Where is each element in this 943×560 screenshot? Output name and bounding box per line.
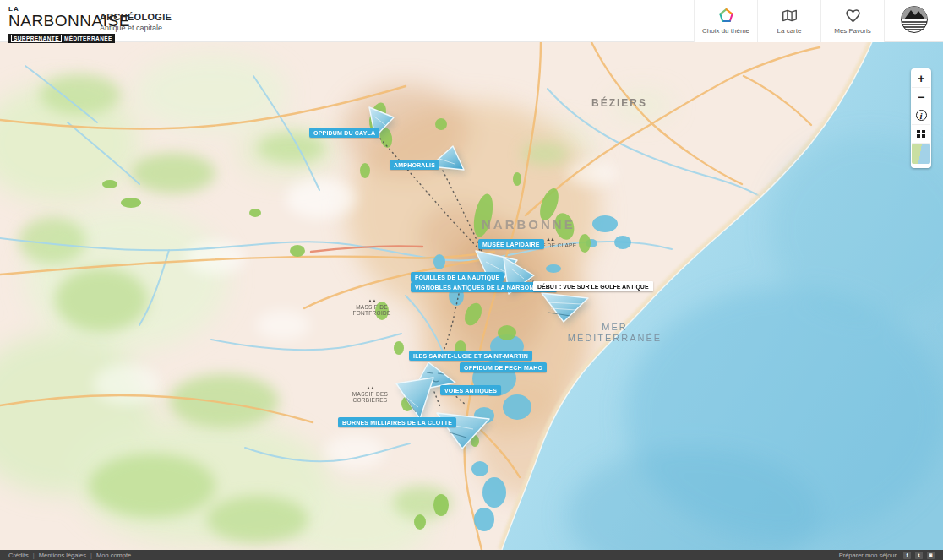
theme-subtitle: Antique et capitale (100, 24, 172, 32)
grid-icon (917, 130, 925, 139)
theme-title: ARCHÉOLOGIE (100, 12, 172, 22)
main-nav: Choix du thème La carte Mes Favoris (694, 0, 943, 42)
footer-bar: Crédits | Mentions légales | Mon compte … (0, 550, 943, 560)
poi-label-oppidum-du-cayla[interactable]: OPPIDUM DU CAYLA (309, 128, 379, 138)
minimap-toggle[interactable] (912, 144, 930, 164)
poi-label-bornes-milliaires[interactable]: BORNES MILLIAIRES DE LA CLOTTE (338, 417, 456, 427)
logo-tagline: SURPRENANTE MÉDITERRANÉE (8, 34, 115, 43)
start-label-golfe-antique[interactable]: DÉBUT : VUE SUR LE GOLFE ANTIQUE (533, 281, 653, 291)
layers-grid-button[interactable] (912, 125, 930, 144)
current-theme: ARCHÉOLOGIE Antique et capitale (100, 12, 172, 32)
footer-link-credits[interactable]: Crédits (8, 552, 29, 559)
nav-choix-du-theme[interactable]: Choix du thème (694, 0, 757, 42)
parc-naturel-regional-emblem-icon (898, 3, 930, 39)
footer-separator: | (90, 552, 92, 559)
poi-label-musee-lapidaire[interactable]: MUSÉE LAPIDAIRE (478, 239, 544, 249)
map-icon (782, 8, 798, 24)
nav-label: Mes Favoris (834, 27, 871, 35)
theme-pentagon-icon (718, 8, 734, 24)
footer-link-preparer-sejour[interactable]: Préparer mon séjour (839, 552, 897, 559)
poi-label-voies-antiques[interactable]: VOIES ANTIQUES (440, 385, 501, 395)
footer-right: Préparer mon séjour f t ◙ (839, 552, 935, 559)
map-controls: + − i (911, 68, 931, 168)
poi-label-fouilles-de-la-nautique[interactable]: FOUILLES DE LA NAUTIQUE (411, 272, 504, 282)
facebook-icon[interactable]: f (903, 552, 911, 559)
heart-icon (845, 8, 861, 24)
footer-links: Crédits | Mentions légales | Mon compte (8, 552, 131, 559)
zoom-out-button[interactable]: − (912, 88, 930, 106)
top-bar: LA NARBONNAISE SURPRENANTE MÉDITERRANÉE … (0, 0, 943, 42)
logo-tagline-boxed: SURPRENANTE (11, 35, 62, 42)
instagram-icon[interactable]: ◙ (927, 552, 935, 559)
watercolor-map-art (0, 42, 943, 550)
nav-label: La carte (777, 27, 802, 35)
poi-label-iles-sainte-lucie[interactable]: ILES SAINTE-LUCIE ET SAINT-MARTIN (409, 351, 532, 361)
nav-label: Choix du thème (702, 27, 749, 35)
logo-tagline-plain: MÉDITERRANÉE (64, 35, 112, 41)
nav-la-carte[interactable]: La carte (757, 0, 820, 42)
poi-label-oppidum-de-pech-maho[interactable]: OPPIDUM DE PECH MAHO (460, 362, 547, 372)
map-canvas[interactable]: BÉZIERS NARBONNE ▲▲ MASSIF DE CLAPE ▲▲ M… (0, 42, 943, 550)
footer-link-mon-compte[interactable]: Mon compte (96, 552, 131, 559)
info-button[interactable]: i (912, 106, 930, 125)
nav-mes-favoris[interactable]: Mes Favoris (820, 0, 884, 42)
zoom-in-button[interactable]: + (912, 69, 930, 88)
info-icon: i (916, 110, 927, 121)
footer-link-mentions-legales[interactable]: Mentions légales (39, 552, 86, 559)
poi-label-amphoralis[interactable]: AMPHORALIS (390, 160, 439, 170)
footer-separator: | (33, 552, 35, 559)
twitter-icon[interactable]: t (915, 552, 923, 559)
park-emblem-link[interactable] (884, 0, 943, 42)
